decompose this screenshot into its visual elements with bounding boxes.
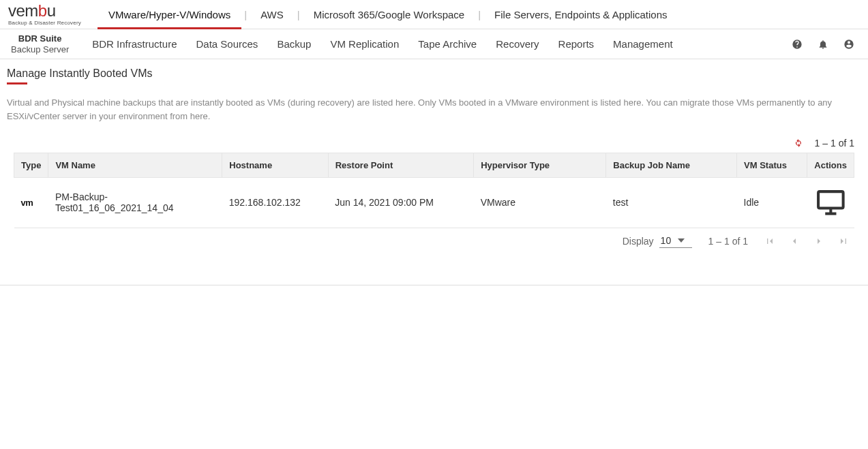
cell-hyper: VMware xyxy=(474,178,606,228)
brand-tagline: Backup & Disaster Recovery xyxy=(8,20,81,26)
col-header-status: VM Status xyxy=(737,153,807,178)
subtab-label: VM Replication xyxy=(330,38,399,50)
suite-label: BDR Suite Backup Server xyxy=(8,33,77,55)
tab-separator: | xyxy=(475,9,483,20)
last-page-icon[interactable] xyxy=(838,236,849,247)
help-icon[interactable] xyxy=(792,39,803,50)
cell-vmname: PM-Backup-Test01_16_06_2021_14_04 xyxy=(48,178,222,228)
cell-job: test xyxy=(606,178,737,228)
result-range-top: 1 – 1 of 1 xyxy=(815,138,854,149)
brand-name-accent: b xyxy=(38,1,47,20)
suite-line2: Backup Server xyxy=(11,44,69,55)
brand-name-pre: vem xyxy=(8,1,38,20)
top-tabs: VMware/Hyper-V/Windows | AWS | Microsoft… xyxy=(98,0,678,29)
subtab-vm-replication[interactable]: VM Replication xyxy=(320,29,408,59)
table-header-row: Type VM Name Hostname Restore Point Hype… xyxy=(14,153,854,178)
tab-separator: | xyxy=(241,9,250,20)
subtab-backup[interactable]: Backup xyxy=(267,29,320,59)
cell-restore: Jun 14, 2021 09:00 PM xyxy=(328,178,473,228)
brand-logo: vembu Backup & Disaster Recovery xyxy=(8,3,81,26)
cell-hostname: 192.168.102.132 xyxy=(222,178,328,228)
vm-type-icon: vm xyxy=(21,198,33,208)
subtab-recovery[interactable]: Recovery xyxy=(486,29,548,59)
sub-tabs: BDR Infrastructure Data Sources Backup V… xyxy=(83,29,682,59)
display-label: Display xyxy=(623,236,654,247)
subtab-bdr-infrastructure[interactable]: BDR Infrastructure xyxy=(83,29,186,59)
col-header-type: Type xyxy=(14,153,48,178)
top-tab-label: File Servers, Endpoints & Applications xyxy=(494,9,667,20)
top-tab-vmware[interactable]: VMware/Hyper-V/Windows xyxy=(98,0,241,29)
subtab-label: Tape Archive xyxy=(418,38,477,50)
cell-type: vm xyxy=(14,178,48,228)
prev-page-icon[interactable] xyxy=(789,236,800,247)
subtab-label: Recovery xyxy=(496,38,539,50)
top-tab-fileservers[interactable]: File Servers, Endpoints & Applications xyxy=(483,0,678,29)
col-header-actions: Actions xyxy=(807,153,854,178)
pager-buttons xyxy=(764,236,849,247)
subtab-label: Backup xyxy=(277,38,311,50)
tab-separator: | xyxy=(295,9,303,20)
page-size-select[interactable]: 10 xyxy=(659,235,692,248)
page-title: Manage Instantly Booted VMs xyxy=(7,67,152,82)
top-tab-m365[interactable]: Microsoft 365/Google Workspace xyxy=(303,0,476,29)
subtab-label: Management xyxy=(613,38,673,50)
next-page-icon[interactable] xyxy=(813,236,824,247)
table-row: vm PM-Backup-Test01_16_06_2021_14_04 192… xyxy=(14,178,854,228)
subtab-tape-archive[interactable]: Tape Archive xyxy=(408,29,486,59)
chevron-down-icon xyxy=(678,238,685,243)
top-tab-aws[interactable]: AWS xyxy=(250,0,295,29)
subtab-data-sources[interactable]: Data Sources xyxy=(186,29,267,59)
col-header-hostname: Hostname xyxy=(222,153,328,178)
subtab-label: BDR Infrastructure xyxy=(92,38,177,50)
col-header-job: Backup Job Name xyxy=(606,153,737,178)
brand-name-post: u xyxy=(47,1,56,20)
subtab-management[interactable]: Management xyxy=(603,29,683,59)
table-toolbar: 1 – 1 of 1 xyxy=(7,138,861,153)
footer-divider xyxy=(0,285,868,285)
header-actions xyxy=(792,39,860,50)
page-title-wrap: Manage Instantly Booted VMs xyxy=(7,67,861,88)
svg-rect-0 xyxy=(818,191,843,208)
top-bar: vembu Backup & Disaster Recovery VMware/… xyxy=(0,0,868,29)
cell-status: Idle xyxy=(737,178,807,228)
col-header-restore: Restore Point xyxy=(328,153,473,178)
top-tab-label: AWS xyxy=(260,9,284,20)
subtab-label: Reports xyxy=(558,38,595,50)
sub-bar: BDR Suite Backup Server BDR Infrastructu… xyxy=(0,29,868,59)
col-header-hyper: Hypervisor Type xyxy=(474,153,606,178)
cell-actions xyxy=(807,178,854,228)
page-size-value: 10 xyxy=(661,235,672,246)
page-content: Manage Instantly Booted VMs Virtual and … xyxy=(0,59,868,262)
user-icon[interactable] xyxy=(843,39,854,50)
top-tab-label: Microsoft 365/Google Workspace xyxy=(314,9,465,20)
brand-name: vembu xyxy=(8,3,56,19)
booted-vms-table: Type VM Name Hostname Restore Point Hype… xyxy=(14,153,854,228)
subtab-reports[interactable]: Reports xyxy=(549,29,604,59)
result-range-bottom: 1 – 1 of 1 xyxy=(708,236,748,247)
monitor-icon[interactable] xyxy=(814,186,848,219)
top-tab-label: VMware/Hyper-V/Windows xyxy=(108,9,230,20)
refresh-icon[interactable] xyxy=(793,138,804,149)
page-size-control: Display 10 xyxy=(623,235,692,248)
first-page-icon[interactable] xyxy=(764,236,775,247)
subtab-label: Data Sources xyxy=(196,38,258,50)
suite-line1: BDR Suite xyxy=(18,33,62,44)
col-header-vmname: VM Name xyxy=(48,153,222,178)
page-description: Virtual and Physical machine backups tha… xyxy=(7,96,852,123)
bell-icon[interactable] xyxy=(818,39,828,50)
pager: Display 10 1 – 1 of 1 xyxy=(7,228,861,248)
